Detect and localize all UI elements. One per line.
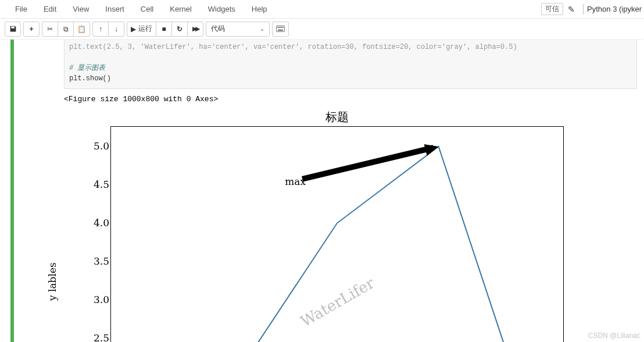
code-line-3: plt.show() <box>69 74 111 83</box>
menu-edit[interactable]: Edit <box>35 1 65 17</box>
edit-icon[interactable]: ✎ <box>568 5 575 14</box>
restart-run-all-button[interactable]: ▶▶ <box>187 22 203 37</box>
code-comment: # 显示图表 <box>69 64 105 72</box>
code-cell[interactable]: plt.text(2.5, 3, 'WaterLifer', ha='cente… <box>64 40 637 89</box>
svg-rect-0 <box>276 26 284 32</box>
svg-rect-2 <box>279 27 280 28</box>
cell-selection-bar <box>10 40 14 342</box>
line-series-1 <box>134 147 540 342</box>
notebook-area: plt.text(2.5, 3, 'WaterLifer', ha='cente… <box>0 40 644 342</box>
move-up-button[interactable]: ↑ <box>92 22 109 37</box>
copy-button[interactable]: ⧉ <box>58 22 74 37</box>
plot-axes: max WaterLifer <box>110 126 564 342</box>
divider <box>583 4 584 15</box>
celltype-label: 代码 <box>211 24 225 34</box>
menu-help[interactable]: Help <box>244 1 276 17</box>
plot-svg: max WaterLifer <box>111 127 563 342</box>
copy-icon: ⧉ <box>63 25 69 33</box>
celltype-select[interactable]: 代码 ⌄ <box>206 22 270 37</box>
menu-widgets[interactable]: Widgets <box>200 1 244 17</box>
svg-marker-8 <box>424 144 439 156</box>
menu-view[interactable]: View <box>65 1 97 17</box>
paste-button[interactable]: 📋 <box>73 22 90 37</box>
ytick-5.0: 5.0 <box>86 140 109 152</box>
paste-icon: 📋 <box>77 25 86 33</box>
ytick-2.5: 2.5 <box>86 332 109 342</box>
svg-rect-4 <box>281 27 282 28</box>
ytick-3.5: 3.5 <box>86 255 109 267</box>
plus-icon: + <box>29 25 33 33</box>
svg-rect-6 <box>278 30 283 31</box>
run-label: 运行 <box>138 24 152 34</box>
restart-button[interactable]: ↻ <box>171 22 188 37</box>
stop-button[interactable]: ■ <box>156 22 172 37</box>
menu-cell[interactable]: Cell <box>133 1 162 17</box>
save-button[interactable] <box>5 22 21 37</box>
watermark-text: WaterLifer <box>298 274 377 330</box>
play-icon: ▶ <box>131 25 136 33</box>
keyboard-icon <box>276 26 285 32</box>
ytick-4.5: 4.5 <box>86 179 109 190</box>
stop-icon: ■ <box>162 25 166 33</box>
menu-file[interactable]: File <box>7 1 35 17</box>
output-figure-repr: <Figure size 1000x800 with 0 Axes> <box>64 89 644 107</box>
page-watermark: CSDN @Lilianac <box>588 332 641 340</box>
arrow-down-icon: ↓ <box>115 25 118 33</box>
toolbar: + ✂ ⧉ 📋 ↑ ↓ ▶运行 ■ ↻ ▶▶ 代码 ⌄ <box>0 19 644 40</box>
command-palette-button[interactable] <box>272 22 289 37</box>
svg-line-7 <box>302 148 433 179</box>
arrow-up-icon: ↑ <box>99 25 102 33</box>
ytick-3.0: 3.0 <box>86 294 109 305</box>
add-cell-button[interactable]: + <box>23 22 40 37</box>
svg-rect-3 <box>280 27 281 28</box>
menu-insert[interactable]: Insert <box>97 1 133 17</box>
chevron-down-icon: ⌄ <box>260 26 264 32</box>
move-down-button[interactable]: ↓ <box>108 22 124 37</box>
chart-title: 标题 <box>110 107 564 126</box>
ytick-4.0: 4.0 <box>86 217 109 229</box>
menubar: File Edit View Insert Cell Kernel Widget… <box>0 0 644 19</box>
cut-button[interactable]: ✂ <box>42 22 58 37</box>
code-line-1: plt.text(2.5, 3, 'WaterLifer', ha='cente… <box>69 43 517 51</box>
trusted-badge[interactable]: 可信 <box>541 3 563 15</box>
svg-rect-1 <box>277 27 278 28</box>
y-axis-label: y lables <box>46 262 58 301</box>
menu-kernel[interactable]: Kernel <box>162 1 200 17</box>
annotation-max-label: max <box>285 176 306 187</box>
restart-icon: ↻ <box>177 25 183 33</box>
cut-icon: ✂ <box>47 25 53 33</box>
svg-rect-5 <box>282 27 284 28</box>
fast-forward-icon: ▶▶ <box>192 25 198 33</box>
save-icon <box>9 25 17 33</box>
run-button[interactable]: ▶运行 <box>127 22 156 37</box>
kernel-name[interactable]: Python 3 (ipyker <box>587 5 644 13</box>
chart-output: 标题 y lables 5.0 4.5 4.0 3.5 3.0 2.5 <box>64 107 644 342</box>
